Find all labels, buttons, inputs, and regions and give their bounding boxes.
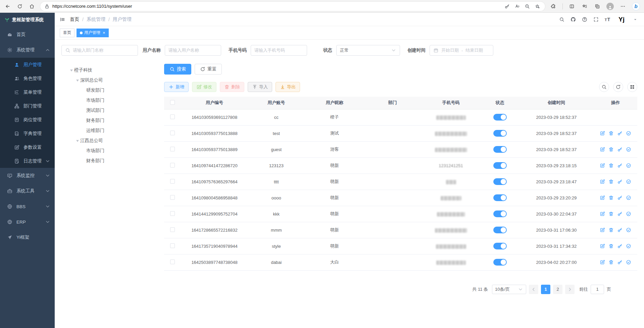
browser-home-button[interactable] bbox=[28, 3, 36, 10]
sidebar-item-12[interactable]: BBS bbox=[0, 199, 55, 214]
reset-password-button[interactable] bbox=[617, 195, 623, 200]
reset-password-button[interactable] bbox=[617, 211, 623, 217]
edit-row-button[interactable] bbox=[600, 179, 605, 184]
next-page-button[interactable] bbox=[565, 285, 575, 294]
row-checkbox[interactable] bbox=[170, 131, 175, 135]
delete-row-button[interactable] bbox=[608, 243, 614, 249]
prev-page-button[interactable] bbox=[529, 285, 538, 294]
assign-role-button[interactable] bbox=[626, 227, 631, 233]
edit-row-button[interactable] bbox=[600, 260, 605, 265]
reset-password-button[interactable] bbox=[617, 227, 623, 233]
toolbar-删除-button[interactable]: 删除 bbox=[220, 82, 244, 92]
breadcrumb-item-0[interactable]: 首页 bbox=[70, 16, 79, 22]
page-size-select[interactable]: 10条/页 bbox=[492, 285, 526, 294]
sidebar-item-1[interactable]: 系统管理 bbox=[0, 42, 55, 58]
fullscreen-icon[interactable] bbox=[593, 17, 599, 22]
delete-row-button[interactable] bbox=[608, 260, 614, 265]
refresh-table-button[interactable] bbox=[613, 82, 623, 92]
bing-chat-icon[interactable]: b bbox=[632, 2, 640, 10]
column-settings-button[interactable] bbox=[627, 82, 637, 92]
sidebar-item-9[interactable]: 日志管理 bbox=[0, 154, 55, 168]
delete-row-button[interactable] bbox=[608, 211, 614, 217]
user-name-input[interactable]: 请输入用户名称 bbox=[165, 45, 221, 56]
more-menu-icon[interactable] bbox=[619, 3, 627, 10]
status-toggle[interactable] bbox=[493, 259, 507, 266]
assign-role-button[interactable] bbox=[626, 260, 631, 265]
row-checkbox[interactable] bbox=[170, 211, 175, 216]
assign-role-button[interactable] bbox=[626, 163, 631, 168]
sidebar-item-8[interactable]: 参数设置 bbox=[0, 140, 55, 154]
delete-row-button[interactable] bbox=[608, 179, 614, 184]
row-checkbox[interactable] bbox=[170, 179, 175, 184]
browser-back-button[interactable] bbox=[4, 3, 11, 10]
tree-caret-icon[interactable] bbox=[76, 80, 79, 83]
sidebar-item-11[interactable]: 系统工具 bbox=[0, 183, 55, 199]
select-all-checkbox[interactable] bbox=[170, 100, 175, 105]
reset-password-button[interactable] bbox=[617, 243, 623, 249]
row-checkbox[interactable] bbox=[170, 195, 175, 200]
assign-role-button[interactable] bbox=[626, 195, 631, 200]
collections-icon[interactable] bbox=[594, 3, 601, 10]
status-toggle[interactable] bbox=[493, 178, 507, 185]
tree-caret-icon[interactable] bbox=[70, 69, 73, 73]
status-select[interactable]: 正常 bbox=[336, 45, 400, 56]
header-search-icon[interactable] bbox=[559, 17, 564, 22]
delete-row-button[interactable] bbox=[608, 163, 614, 168]
avatar-caret-icon[interactable] bbox=[633, 17, 638, 22]
assign-role-button[interactable] bbox=[626, 131, 631, 136]
sidebar-item-3[interactable]: 角色管理 bbox=[0, 72, 55, 85]
close-icon[interactable]: × bbox=[103, 30, 105, 35]
reset-password-button[interactable] bbox=[617, 260, 623, 265]
toolbar-修改-button[interactable]: 修改 bbox=[192, 82, 216, 92]
user-avatar[interactable]: Yj bbox=[616, 14, 627, 25]
help-icon[interactable] bbox=[582, 17, 587, 22]
status-toggle[interactable] bbox=[493, 162, 507, 169]
delete-row-button[interactable] bbox=[608, 131, 614, 136]
delete-row-button[interactable] bbox=[608, 195, 614, 200]
browser-refresh-button[interactable] bbox=[16, 3, 23, 10]
delete-row-button[interactable] bbox=[608, 227, 614, 233]
tree-node[interactable]: 市场部门 bbox=[61, 146, 138, 156]
edit-row-button[interactable] bbox=[600, 227, 605, 233]
row-checkbox[interactable] bbox=[170, 227, 175, 232]
toolbar-新增-button[interactable]: 新增 bbox=[164, 82, 189, 92]
toggle-search-button[interactable] bbox=[599, 82, 609, 92]
status-toggle[interactable] bbox=[493, 227, 507, 233]
sidebar-item-6[interactable]: 岗位管理 bbox=[0, 113, 55, 127]
zoom-out-icon[interactable] bbox=[524, 3, 531, 10]
github-icon[interactable] bbox=[571, 17, 576, 22]
assign-role-button[interactable] bbox=[626, 147, 631, 152]
assign-role-button[interactable] bbox=[626, 179, 631, 184]
date-range-picker[interactable]: 开始日期 - 结束日期 bbox=[430, 45, 493, 56]
browser-profile-avatar[interactable] bbox=[606, 3, 614, 10]
status-toggle[interactable] bbox=[493, 210, 507, 217]
split-screen-icon[interactable] bbox=[568, 3, 576, 10]
status-toggle[interactable] bbox=[493, 194, 507, 201]
sidebar-item-0[interactable]: 首页 bbox=[0, 27, 55, 42]
goto-page-input[interactable] bbox=[591, 285, 604, 294]
font-size-icon[interactable]: TT bbox=[605, 16, 610, 22]
edit-row-button[interactable] bbox=[600, 147, 605, 152]
sidebar-item-10[interactable]: 系统监控 bbox=[0, 168, 55, 183]
menu-fold-icon[interactable] bbox=[60, 17, 65, 22]
row-checkbox[interactable] bbox=[170, 243, 175, 248]
row-checkbox[interactable] bbox=[170, 114, 175, 119]
toolbar-导出-button[interactable]: 导出 bbox=[276, 82, 300, 92]
sidebar-item-5[interactable]: 部门管理 bbox=[0, 99, 55, 113]
url-text[interactable]: https://ccnetcore.com:1101/system/user bbox=[52, 4, 501, 9]
assign-role-button[interactable] bbox=[626, 211, 631, 217]
sidebar-item-4[interactable]: 菜单管理 bbox=[0, 85, 55, 99]
phone-input[interactable]: 请输入手机号码 bbox=[251, 45, 307, 56]
row-checkbox[interactable] bbox=[170, 147, 175, 151]
password-key-icon[interactable] bbox=[503, 3, 511, 10]
tree-node[interactable]: 测试部门 bbox=[61, 105, 138, 115]
row-checkbox[interactable] bbox=[170, 163, 175, 168]
tab-0[interactable]: 首页 bbox=[60, 29, 75, 37]
edit-row-button[interactable] bbox=[600, 243, 605, 249]
page-2-button[interactable]: 2 bbox=[553, 285, 562, 294]
edit-row-button[interactable] bbox=[600, 211, 605, 217]
sidebar-item-2[interactable]: 用户管理 bbox=[0, 58, 55, 72]
tab-1[interactable]: 用户管理 × bbox=[77, 29, 109, 37]
search-button[interactable]: 搜索 bbox=[164, 64, 191, 75]
reset-password-button[interactable] bbox=[617, 163, 623, 168]
